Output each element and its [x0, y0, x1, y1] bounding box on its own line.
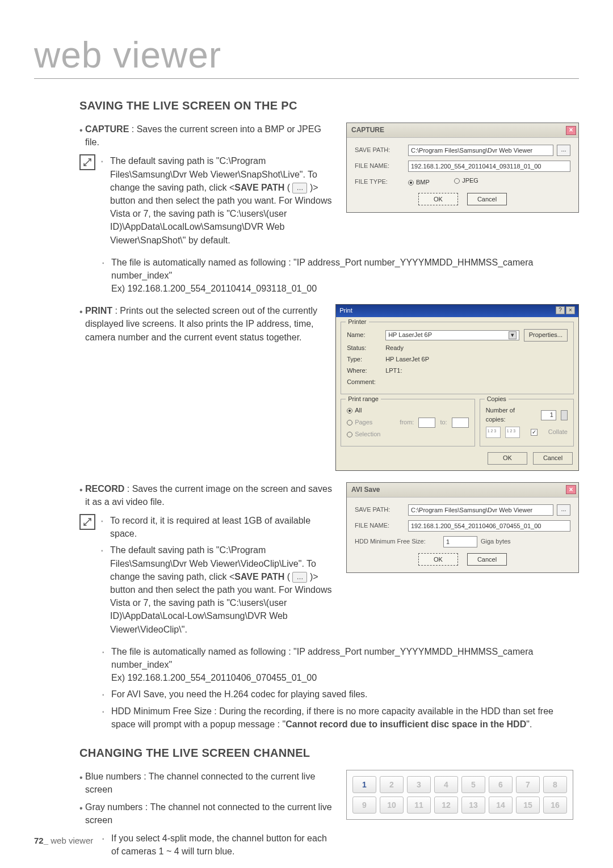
note-4split: If you select 4-split mode, the channel …: [111, 832, 335, 858]
close-icon[interactable]: ×: [566, 126, 576, 135]
rec-note-3: The file is automatically named as follo…: [111, 645, 579, 685]
label-avi-file-name: FILE NAME:: [355, 521, 405, 530]
capture-ok-button[interactable]: OK: [418, 193, 458, 205]
avi-cancel-button[interactable]: Cancel: [467, 553, 507, 566]
spinner-icon[interactable]: [561, 410, 568, 420]
bullet-record: RECORD : Saves the current image on the …: [79, 482, 335, 508]
page-footer: 72_ web viewer: [34, 836, 93, 845]
label-printer-name: Name:: [347, 331, 381, 340]
legend-range: Print range: [346, 395, 381, 404]
label-hdd-unit: Giga bytes: [481, 537, 511, 546]
browse-button[interactable]: ...: [557, 145, 570, 156]
capture-dialog-title: CAPTURE: [351, 125, 384, 135]
channel-button-2[interactable]: 2: [380, 776, 404, 793]
label-status: Status:: [347, 344, 381, 353]
note-file-naming: The file is automatically named as follo…: [111, 256, 579, 296]
channel-button-3[interactable]: 3: [407, 776, 431, 793]
channel-button-1[interactable]: 1: [352, 776, 376, 793]
channel-button-12[interactable]: 12: [434, 797, 458, 814]
radio-jpeg[interactable]: JPEG: [454, 176, 478, 186]
channel-grid: 12345678910111213141516: [346, 770, 573, 820]
radio-all[interactable]: All: [347, 406, 469, 415]
bullet-capture: CAPTURE : Saves the current screen into …: [79, 123, 335, 149]
channel-button-6[interactable]: 6: [489, 776, 513, 793]
label-capture: CAPTURE: [85, 124, 129, 134]
rec-note-4: For AVI Save, you need the H.264 codec f…: [111, 688, 579, 701]
channel-button-16[interactable]: 16: [543, 797, 567, 814]
radio-bmp[interactable]: BMP: [408, 178, 430, 187]
channel-button-14[interactable]: 14: [489, 797, 513, 814]
input-avi-save-path[interactable]: C:\Program Files\Samsung\Dvr Web Viewer: [408, 504, 553, 516]
channel-button-13[interactable]: 13: [461, 797, 485, 814]
radio-pages: Pages from: to:: [347, 418, 469, 428]
select-printer[interactable]: HP LaserJet 6P ▾: [385, 330, 519, 340]
close-icon[interactable]: ×: [566, 485, 576, 494]
channel-button-10[interactable]: 10: [380, 797, 404, 814]
bullet-blue-nums: Blue numbers : The channel connected to …: [79, 770, 335, 796]
print-cancel-button[interactable]: Cancel: [533, 452, 573, 465]
value-where: LPT1:: [385, 366, 402, 376]
label-save-path: SAVE PATH:: [355, 146, 405, 155]
input-save-path[interactable]: C:\Program Files\Samsung\Dvr Web Viewer: [408, 145, 553, 156]
label-print: PRINT: [85, 306, 112, 315]
heading-changing: CHANGING THE LIVE SCREEN CHANNEL: [79, 747, 579, 760]
desc-print: : Prints out the selected screen out of …: [85, 306, 317, 342]
channel-button-5[interactable]: 5: [461, 776, 485, 793]
channel-button-11[interactable]: 11: [407, 797, 431, 814]
checkbox-collate[interactable]: [531, 429, 538, 436]
chevron-down-icon: ▾: [509, 331, 517, 339]
avi-save-dialog: AVI Save × SAVE PATH: C:\Program Files\S…: [346, 482, 579, 573]
label-comment: Comment:: [347, 378, 381, 387]
print-ok-button[interactable]: OK: [488, 452, 527, 465]
bullet-gray-nums: Gray numbers : The channel not connected…: [79, 800, 335, 827]
legend-copies: Copies: [485, 395, 509, 404]
value-status: Ready: [385, 344, 404, 353]
label-hdd-min: HDD Minimum Free Size:: [355, 537, 440, 546]
close-icon[interactable]: ×: [566, 306, 575, 314]
label-collate: Collate: [548, 428, 568, 437]
radio-selection: Selection: [347, 430, 469, 439]
channel-button-4[interactable]: 4: [434, 776, 458, 793]
capture-dialog: CAPTURE × SAVE PATH: C:\Program Files\Sa…: [346, 123, 579, 213]
input-copies[interactable]: 1: [541, 410, 556, 420]
page-title: web viewer: [34, 34, 579, 79]
collate-preview-icon: [486, 427, 501, 438]
channel-button-8[interactable]: 8: [543, 776, 567, 793]
input-file-name[interactable]: 192.168.1.200_554_20110414_093118_01_00: [408, 161, 570, 172]
note-icon: [79, 514, 95, 530]
label-where: Where:: [347, 366, 381, 376]
channel-button-9[interactable]: 9: [352, 797, 376, 814]
bullet-print: PRINT : Prints out the selected screen o…: [79, 304, 324, 344]
print-dialog: Print ? × Printer Name: HP LaserJet 6P ▾: [335, 304, 579, 470]
label-file-type: FILE TYPE:: [355, 178, 405, 187]
channel-button-7[interactable]: 7: [516, 776, 540, 793]
heading-saving: SAVING THE LIVE SCREEN ON THE PC: [79, 99, 579, 112]
collate-preview-icon: [505, 427, 520, 438]
avi-dialog-title: AVI Save: [351, 485, 380, 495]
label-copies: Number of copies:: [486, 406, 528, 424]
rec-note-2: The default saving path is "C:\Program F…: [110, 543, 335, 635]
properties-button[interactable]: Properties...: [524, 329, 568, 342]
rec-note-1: To record it, it is required at least 1G…: [110, 514, 335, 540]
help-icon[interactable]: ?: [556, 306, 565, 314]
label-file-name: FILE NAME:: [355, 162, 405, 171]
note-icon: [79, 154, 95, 170]
browse-button[interactable]: ...: [557, 504, 570, 516]
channel-button-15[interactable]: 15: [516, 797, 540, 814]
label-type: Type:: [347, 355, 381, 364]
legend-printer: Printer: [346, 318, 368, 327]
note-save-path: The default saving path is "C:\Program F…: [110, 154, 335, 246]
value-type: HP LaserJet 6P: [385, 355, 429, 364]
label-avi-save-path: SAVE PATH:: [355, 505, 405, 515]
avi-ok-button[interactable]: OK: [418, 553, 458, 566]
capture-cancel-button[interactable]: Cancel: [467, 193, 507, 205]
inline-browse-btn: …: [292, 183, 307, 193]
input-avi-file-name[interactable]: 192.168.1.200_554_20110406_070455_01_00: [408, 520, 570, 532]
label-record: RECORD: [85, 484, 124, 494]
rec-note-5: HDD Minimum Free Size : During the recor…: [111, 705, 579, 731]
inline-browse-btn: …: [292, 572, 307, 583]
print-dialog-title: Print: [339, 306, 352, 315]
input-hdd-min[interactable]: 1: [443, 536, 477, 547]
